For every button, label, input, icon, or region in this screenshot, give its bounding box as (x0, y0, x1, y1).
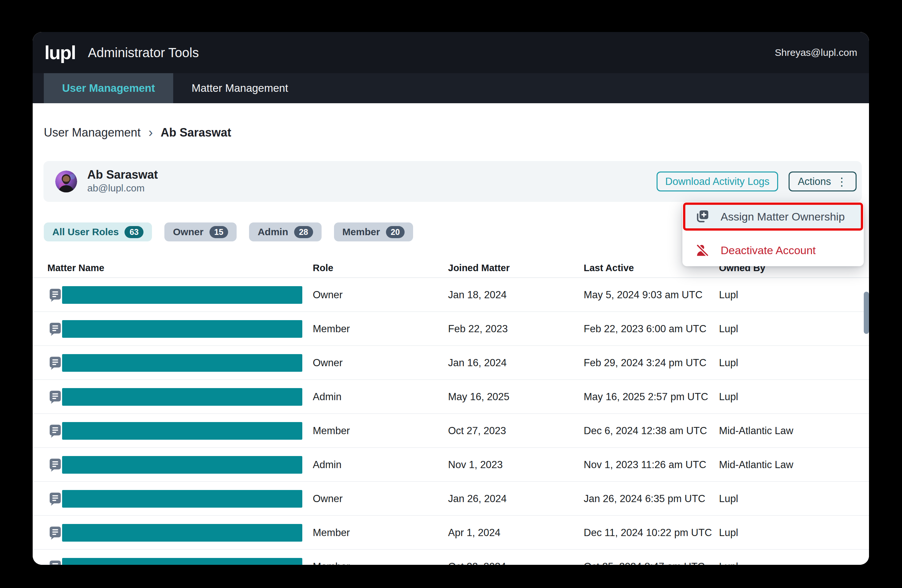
user-name: Ab Saraswat (87, 168, 158, 181)
filter-label: Member (343, 227, 380, 238)
matter-name-redacted-bar (62, 456, 302, 474)
cell-joined: Nov 1, 2023 (448, 448, 503, 482)
matter-name-redacted-bar (62, 524, 302, 542)
table-row[interactable]: Admin May 16, 2025 May 16, 2025 2:57 pm … (33, 380, 869, 414)
filter-owner[interactable]: Owner 15 (164, 222, 236, 241)
cell-role: Member (313, 550, 350, 565)
filter-count-badge: 63 (125, 226, 144, 238)
document-icon (50, 391, 61, 404)
matter-name-redacted-bar (62, 320, 302, 338)
breadcrumb-current: Ab Saraswat (160, 126, 231, 139)
cell-last-active: May 16, 2025 2:57 pm UTC (584, 380, 708, 414)
cell-owned-by: Lupl (719, 346, 738, 380)
cell-last-active: Jan 26, 2024 6:35 pm UTC (584, 482, 705, 516)
cell-role: Owner (313, 278, 343, 312)
table-row[interactable]: Owner Jan 18, 2024 May 5, 2024 9:03 am U… (33, 278, 869, 312)
cell-owned-by: Mid-Atlantic Law (719, 448, 793, 482)
table-row[interactable]: Member Feb 22, 2023 Feb 22, 2023 6:00 am… (33, 312, 869, 346)
breadcrumb-parent-link[interactable]: User Management (44, 126, 141, 139)
cell-last-active: Feb 29, 2024 3:24 pm UTC (584, 346, 706, 380)
cell-owned-by: Lupl (719, 516, 738, 550)
role-filter-chips: All User Roles 63 Owner 15 Admin 28 Memb… (44, 222, 413, 241)
document-icon (50, 459, 61, 472)
matter-name-redacted-bar (62, 558, 302, 565)
cell-joined: May 16, 2025 (448, 380, 509, 414)
cell-role: Owner (313, 346, 343, 380)
cell-last-active: Nov 1, 2023 11:26 am UTC (584, 448, 706, 482)
menu-item-label: Assign Matter Ownership (720, 210, 845, 223)
document-icon (50, 289, 61, 302)
filter-all-user-roles[interactable]: All User Roles 63 (44, 222, 152, 241)
breadcrumb: User Management › Ab Saraswat (44, 125, 232, 140)
cell-joined: Jan 16, 2024 (448, 346, 507, 380)
signed-in-user-email: Shreyas@lupl.com (775, 47, 857, 58)
cell-owned-by: Lupl (719, 312, 738, 346)
tab-bar: User Management Matter Management (33, 73, 869, 103)
document-icon (50, 323, 61, 336)
cell-joined: Jan 26, 2024 (448, 482, 507, 516)
tab-matter-management[interactable]: Matter Management (173, 73, 306, 103)
page-background: lupl Administrator Tools Shreyas@lupl.co… (0, 0, 902, 588)
cell-last-active: May 5, 2024 9:03 am UTC (584, 278, 703, 312)
cell-joined: Oct 22, 2024 (448, 550, 506, 565)
tab-user-management[interactable]: User Management (44, 73, 173, 103)
assign-matter-icon (696, 210, 709, 224)
download-activity-logs-button[interactable]: Download Activity Logs (656, 172, 778, 191)
menu-item-label: Deactivate Account (720, 244, 816, 257)
filter-count-badge: 28 (294, 226, 313, 238)
matter-name-redacted-bar (62, 490, 302, 508)
filter-member[interactable]: Member 20 (334, 222, 413, 241)
cell-last-active: Feb 22, 2023 6:00 am UTC (584, 312, 706, 346)
cell-role: Member (313, 414, 350, 448)
cell-owned-by: Lupl (719, 380, 738, 414)
table-row[interactable]: Member Apr 1, 2024 Dec 11, 2024 10:22 pm… (33, 516, 869, 550)
document-icon (50, 493, 61, 506)
cell-owned-by: Lupl (719, 278, 738, 312)
matters-table: Owner Jan 18, 2024 May 5, 2024 9:03 am U… (33, 277, 869, 565)
filter-admin[interactable]: Admin 28 (249, 222, 321, 241)
cell-owned-by: Lupl (719, 550, 738, 565)
app-window: lupl Administrator Tools Shreyas@lupl.co… (33, 32, 869, 565)
column-header-joined-matter: Joined Matter (448, 263, 510, 274)
cell-last-active: Dec 11, 2024 10:22 pm UTC (584, 516, 712, 550)
lupl-logo: lupl (44, 43, 75, 62)
matter-name-redacted-bar (62, 286, 302, 304)
cell-last-active: Oct 25, 2024 8:47 am UTC (584, 550, 705, 565)
actions-dropdown-menu: Assign Matter Ownership Deactivate Accou… (683, 202, 864, 266)
avatar (55, 170, 77, 192)
download-activity-logs-label: Download Activity Logs (666, 176, 770, 188)
cell-role: Member (313, 312, 350, 346)
table-row[interactable]: Owner Jan 16, 2024 Feb 29, 2024 3:24 pm … (33, 346, 869, 380)
cell-joined: Apr 1, 2024 (448, 516, 500, 550)
menu-item-deactivate-account[interactable]: Deactivate Account (683, 237, 863, 263)
vertical-scrollbar-thumb[interactable] (864, 292, 869, 334)
user-email: ab@lupl.com (87, 183, 145, 194)
document-icon (50, 527, 61, 540)
table-row[interactable]: Member Oct 22, 2024 Oct 25, 2024 8:47 am… (33, 550, 869, 565)
kebab-menu-icon: ⋮ (836, 176, 847, 187)
matter-name-redacted-bar (62, 354, 302, 372)
cell-role: Owner (313, 482, 343, 516)
user-profile-card: Ab Saraswat ab@lupl.com Download Activit… (44, 161, 862, 202)
cell-last-active: Dec 6, 2024 12:38 am UTC (584, 414, 707, 448)
cell-owned-by: Lupl (719, 482, 738, 516)
cell-role: Admin (313, 380, 341, 414)
filter-count-badge: 20 (386, 226, 405, 238)
table-row[interactable]: Admin Nov 1, 2023 Nov 1, 2023 11:26 am U… (33, 448, 869, 482)
actions-button[interactable]: Actions ⋮ (789, 172, 857, 191)
menu-item-assign-matter-ownership[interactable]: Assign Matter Ownership (683, 203, 863, 231)
filter-count-badge: 15 (210, 226, 229, 238)
column-header-matter-name: Matter Name (47, 263, 104, 274)
document-icon (50, 357, 61, 370)
table-row[interactable]: Member Oct 27, 2023 Dec 6, 2024 12:38 am… (33, 414, 869, 448)
cell-joined: Oct 27, 2023 (448, 414, 506, 448)
matter-name-redacted-bar (62, 422, 302, 440)
app-title: Administrator Tools (88, 45, 199, 60)
cell-joined: Feb 22, 2023 (448, 312, 508, 346)
actions-label: Actions (798, 176, 831, 188)
cell-role: Admin (313, 448, 341, 482)
table-row[interactable]: Owner Jan 26, 2024 Jan 26, 2024 6:35 pm … (33, 482, 869, 516)
cell-joined: Jan 18, 2024 (448, 278, 507, 312)
cell-owned-by: Mid-Atlantic Law (719, 414, 793, 448)
content-area: User Management › Ab Saraswat (33, 103, 869, 565)
